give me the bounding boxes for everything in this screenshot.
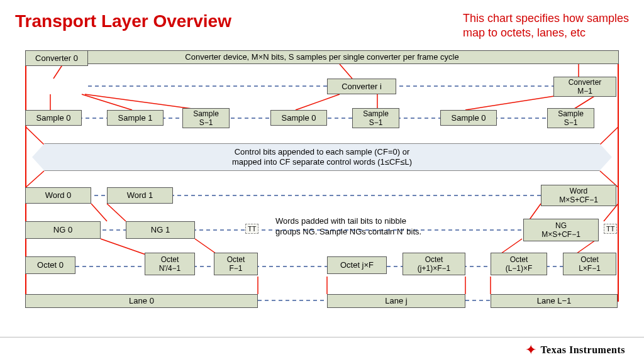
tt-box-left: TT (245, 224, 258, 234)
ng-last: NG M×S+CF−1 (523, 219, 599, 241)
svg-line-22 (101, 239, 151, 256)
sample-s-1-c: Sample S−1 (547, 108, 594, 128)
svg-line-12 (26, 127, 44, 145)
octet-n4-1: Octet N′/4−1 (145, 253, 195, 275)
sample-0-b: Sample 0 (270, 110, 327, 126)
svg-line-18 (107, 204, 126, 221)
chart-subtitle: This chart specifies how samples map to … (463, 11, 629, 41)
converter-m-1: Converter M−1 (553, 77, 616, 97)
svg-line-17 (91, 204, 107, 221)
ng-1: NG 1 (126, 221, 195, 239)
octet-jf: Octet j×F (327, 256, 387, 274)
svg-line-8 (296, 94, 340, 110)
footer-bar: ✦ Texas Instruments (0, 337, 644, 362)
octet-0: Octet 0 (25, 256, 75, 274)
device-header-text: Converter device, M×N bits, S samples pe… (185, 52, 458, 62)
subtitle-line-2: map to octets, lanes, etc (463, 26, 629, 40)
octet-j1f-1: Octet (j+1)×F−1 (402, 253, 465, 275)
sample-0-c: Sample 0 (440, 110, 497, 126)
ng-note-l2: groups NG. Sample NGs contain N′ bits. (275, 227, 421, 238)
sample-s-1-b: Sample S−1 (352, 108, 399, 128)
lane-0: Lane 0 (25, 294, 258, 308)
ng-0: NG 0 (25, 221, 101, 239)
svg-line-6 (82, 94, 132, 110)
ti-logo: ✦ Texas Instruments (525, 342, 625, 358)
svg-line-13 (600, 127, 618, 145)
svg-line-2 (53, 64, 63, 79)
control-bits-band: Control bits appended to each sample (CF… (44, 143, 600, 171)
svg-line-3 (340, 64, 352, 79)
transport-layer-diagram: Converter device, M×N bits, S samples pe… (25, 50, 619, 314)
sample-0: Sample 0 (25, 110, 82, 126)
word-1: Word 1 (107, 187, 173, 204)
sample-s-1-a: Sample S−1 (182, 108, 230, 128)
subtitle-line-1: This chart specifies how samples (463, 11, 629, 26)
converter-0: Converter 0 (25, 50, 88, 66)
ctrl-band-line-1: Control bits appended to each sample (CF… (232, 147, 412, 157)
octet-l1f: Octet (L−1)×F (491, 253, 547, 275)
page-title: Transport Layer Overview (15, 11, 231, 31)
lane-j: Lane j (327, 294, 465, 308)
octet-lf-1: Octet L×F−1 (563, 253, 616, 275)
ti-mark-icon: ✦ (525, 342, 536, 358)
word-last: Word M×S+CF−1 (541, 185, 616, 206)
tt-box-right: TT (604, 224, 617, 234)
ctrl-band-line-2: mapped into CF separate control words (1… (232, 157, 412, 167)
octet-f-1: Octet F−1 (214, 253, 258, 275)
svg-line-14 (26, 171, 44, 187)
svg-line-20 (604, 204, 618, 221)
converter-i: Converter i (327, 79, 396, 94)
ng-note: Words padded with tail bits to nibble gr… (275, 216, 421, 238)
lane-l-1: Lane L−1 (491, 294, 618, 308)
word-0: Word 0 (25, 187, 91, 204)
ti-text: Texas Instruments (540, 344, 625, 356)
ng-note-l1: Words padded with tail bits to nibble (275, 216, 421, 227)
device-header-bar: Converter device, M×N bits, S samples pe… (25, 50, 619, 64)
sample-1: Sample 1 (107, 110, 164, 126)
